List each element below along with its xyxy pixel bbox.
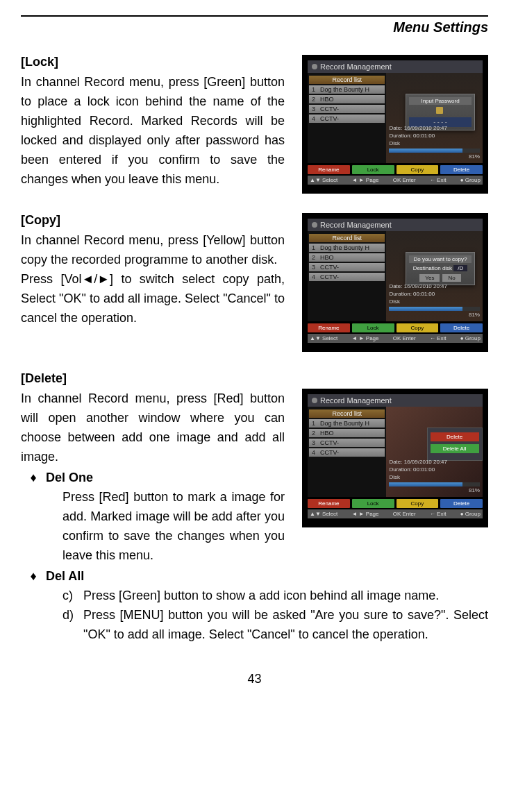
table-row: 1Dog the Bounty H <box>309 244 385 252</box>
rm-title-bar: Record Management <box>308 60 483 73</box>
disc-icon <box>312 64 317 69</box>
delete-options-dialog: Delete Delete All <box>427 428 483 461</box>
disc-icon <box>312 222 317 228</box>
table-row: 3CCTV- <box>309 263 385 271</box>
table-row: 1Dog the Bounty H <box>309 419 385 428</box>
copy-button: Copy <box>397 323 439 332</box>
table-row: 4CCTV- <box>309 448 385 457</box>
table-row: 3CCTV- <box>309 439 385 447</box>
rm-title: Record Management <box>320 221 392 229</box>
delete-button: Delete <box>440 323 483 332</box>
delete-button: Delete <box>440 499 483 508</box>
figure-lock: Record Management Record list 1Dog the B… <box>302 55 488 194</box>
rm-button-bar: Rename Lock Copy Delete <box>308 165 483 174</box>
figure-delete: Record Management Record list 1Dog the B… <box>302 389 488 527</box>
dialog-title: Input Password <box>409 97 472 105</box>
bullet-del-all: ♦ Del All <box>21 566 488 586</box>
rm-info: Date: 16/09/2010 20:47 Duration: 00:01:0… <box>389 124 480 160</box>
delete-all-option: Delete All <box>431 444 479 453</box>
lock-body: In channel Record menu, press [Green] bu… <box>21 72 285 189</box>
step-c-label: c) <box>62 586 83 605</box>
rename-button: Rename <box>308 499 350 508</box>
table-row: 3CCTV- <box>309 105 385 113</box>
copy-button: Copy <box>397 499 439 508</box>
rm-preview: Input Password - - - - Date: 16/09/2010 … <box>386 73 483 163</box>
delete-intro: In channel Record menu, press [Red] butt… <box>21 389 285 466</box>
rm-list-header: Record list <box>309 234 385 242</box>
rm-list-header: Record list <box>309 76 385 84</box>
info-date: Date: 16/09/2010 20:47 <box>389 124 480 132</box>
lock-button: Lock <box>352 499 394 508</box>
copy-button: Copy <box>397 165 439 174</box>
figure-copy: Record Management Record list 1Dog the B… <box>302 213 488 352</box>
copy-body-2: Press [Vol◄/►] to switch select copy pat… <box>21 269 285 328</box>
info-disk-label: Disk <box>389 140 400 146</box>
copy-confirm-dialog: Do you want to copy? Destination disk /D… <box>406 252 475 285</box>
rm-preview: Delete Delete All Date: 16/09/2010 20:47… <box>386 407 483 497</box>
bullet-del-one: ♦ Del One <box>21 468 292 487</box>
delete-button: Delete <box>440 165 483 174</box>
step-c: c) Press [Green] button to show a add ic… <box>62 586 488 605</box>
step-d-label: d) <box>62 605 83 644</box>
rename-button: Rename <box>308 165 350 174</box>
rm-preview: Do you want to copy? Destination disk /D… <box>386 231 483 321</box>
table-row: 2HBO <box>309 95 385 103</box>
delete-option: Delete <box>431 432 479 441</box>
section-delete: [Delete] Record Management Record list 1… <box>21 371 488 644</box>
step-d-text: Press [MENU] button you will be asked "A… <box>83 605 488 644</box>
lock-button: Lock <box>352 165 394 174</box>
section-copy: Record Management Record list 1Dog the B… <box>21 213 488 356</box>
rm-list: Record list 1Dog the Bounty H 2HBO 3CCTV… <box>308 73 386 163</box>
no-button: No <box>442 274 460 282</box>
disc-icon <box>312 398 317 403</box>
top-rule <box>21 15 488 17</box>
step-d: d) Press [MENU] button you will be asked… <box>62 605 488 644</box>
rm-list: Record list 1Dog the Bounty H 2HBO 3CCTV… <box>308 231 386 321</box>
disk-bar <box>389 149 480 153</box>
rm-title: Record Management <box>320 396 392 405</box>
lock-button: Lock <box>352 323 394 332</box>
table-row: 4CCTV- <box>309 273 385 281</box>
section-lock: Record Management Record list 1Dog the B… <box>21 55 488 198</box>
yes-button: Yes <box>419 274 440 282</box>
rm-list: Record list 1Dog the Bounty H 2HBO 3CCTV… <box>308 407 386 497</box>
rename-button: Rename <box>308 323 350 332</box>
rm-title-bar: Record Management <box>308 394 483 407</box>
rm-info: Date: 16/09/2010 20:47 Duration: 00:01:0… <box>389 282 480 319</box>
page-number: 43 <box>21 672 488 686</box>
rm-info: Date: 16/09/2010 20:47 Duration: 00:01:0… <box>389 458 480 494</box>
info-duration: Duration: 00:01:00 <box>389 132 480 139</box>
diamond-icon: ♦ <box>21 468 46 487</box>
page-header-title: Menu Settings <box>21 19 488 35</box>
info-pct: 81% <box>389 153 480 160</box>
table-row: 1Dog the Bounty H <box>309 85 385 94</box>
rm-title: Record Management <box>320 62 392 71</box>
diamond-icon: ♦ <box>21 566 46 586</box>
rm-footer: ▲▼ Select ◄ ► Page OK Enter ← Exit ● Gro… <box>308 176 483 185</box>
lock-icon <box>436 107 443 114</box>
rm-title-bar: Record Management <box>308 219 483 231</box>
dialog-title: Do you want to copy? <box>409 255 472 263</box>
del-all-label: Del All <box>46 566 84 586</box>
del-one-body: Press [Red] button to mark a image for a… <box>62 487 285 565</box>
table-row: 2HBO <box>309 253 385 262</box>
table-row: 2HBO <box>309 429 385 437</box>
table-row: 4CCTV- <box>309 115 385 123</box>
del-one-label: Del One <box>46 468 93 487</box>
delete-heading: [Delete] <box>21 371 488 386</box>
copy-body-1: In channel Record menu, press [Yellow] b… <box>21 230 285 269</box>
step-c-text: Press [Green] button to show a add icon … <box>83 586 488 605</box>
rm-list-header: Record list <box>309 409 385 418</box>
